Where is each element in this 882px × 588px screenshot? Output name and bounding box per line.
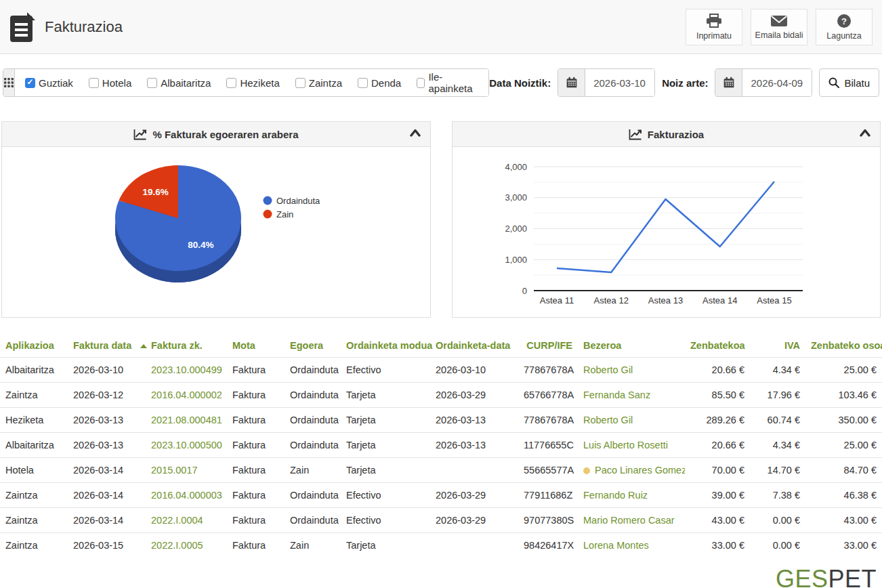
filter-checkbox-heziketa[interactable] <box>226 78 236 88</box>
logo-text-dark: PET <box>828 565 877 588</box>
date-from-input[interactable] <box>585 69 654 96</box>
filter-label: Albaitaritza <box>161 77 211 89</box>
filter-checkbox-hotela[interactable] <box>89 78 99 88</box>
column-header-zenbatekoa[interactable]: Zenbatekoa <box>685 334 750 358</box>
column-header-iva[interactable]: IVA <box>750 334 805 358</box>
filter-toolbar: GuztiakHotelaAlbaitaritzaHeziketaZaintza… <box>0 68 882 97</box>
client-link[interactable]: Roberto Gil <box>583 415 633 425</box>
cell-zenbatekoa: 85.50 € <box>685 383 750 408</box>
invoice-link[interactable]: 2021.08.000481 <box>151 415 222 425</box>
filter-checkbox-ile-apainketa[interactable] <box>417 78 425 88</box>
filter-checkbox-guztiak[interactable] <box>25 78 35 88</box>
column-header-faktura_data[interactable]: Faktura data <box>68 334 146 358</box>
client-link[interactable]: Roberto Gil <box>583 364 633 375</box>
column-header-ordainketa_modua[interactable]: Ordainketa modua <box>341 334 430 358</box>
filter-label: Heziketa <box>240 77 279 89</box>
cell-egoera: Ordainduta <box>285 483 341 508</box>
date-from-calendar-button[interactable] <box>558 69 585 96</box>
cell-mota: Faktura <box>227 458 285 483</box>
filter-checkbox-zaintza[interactable] <box>295 78 306 88</box>
svg-text:Astea 13: Astea 13 <box>648 295 683 306</box>
cell-aplikazioa: Hotela <box>0 458 68 483</box>
invoice-link[interactable]: 2023.10.000500 <box>151 440 222 450</box>
cell-aplikazioa: Zaintza <box>0 483 68 508</box>
cell-faktura_zk: 2022.I.0004 <box>146 508 227 533</box>
cell-osoa: 46.38 € <box>805 483 882 508</box>
cell-ordainketa_modua: Efectivo <box>341 483 430 508</box>
cell-faktura_data: 2026-03-10 <box>68 358 146 383</box>
cell-faktura_zk: 2021.08.000481 <box>146 408 227 433</box>
filter-checkbox-denda[interactable] <box>358 78 368 88</box>
column-header-label: IVA <box>784 340 800 351</box>
cell-aplikazioa: Heziketa <box>0 408 68 433</box>
invoice-link[interactable]: 2022.I.0005 <box>151 540 203 551</box>
cell-mota: Faktura <box>227 483 285 508</box>
cell-ordainketa_data: 2026-03-29 <box>430 483 518 508</box>
table-row: Albaitaritza2026-03-102023.10.000499Fakt… <box>0 358 882 383</box>
cell-faktura_data: 2026-03-13 <box>68 433 146 458</box>
cell-ordainketa_modua: Tarjeta <box>341 458 430 483</box>
client-link[interactable]: Luis Alberto Rosetti <box>583 440 668 450</box>
invoice-link[interactable]: 2016.04.000002 <box>151 390 222 400</box>
filter-item-albaitaritza: Albaitaritza <box>147 77 211 89</box>
column-header-osoa[interactable]: Zenbateko osoa <box>805 334 882 358</box>
client-link[interactable]: Mario Romero Casar <box>583 515 675 526</box>
cell-ordainketa_modua: Tarjeta <box>341 433 430 458</box>
application-filter-group: GuztiakHotelaAlbaitaritzaHeziketaZaintza… <box>3 68 489 97</box>
cell-aplikazioa: Zaintza <box>0 383 68 408</box>
column-header-egoera[interactable]: Egoera <box>285 334 341 358</box>
client-link[interactable]: Lorena Montes <box>583 540 649 551</box>
column-header-faktura_zk[interactable]: Faktura zk. <box>146 334 227 358</box>
client-link[interactable]: Fernanda Sanz <box>583 390 650 400</box>
filter-checkbox-albaitaritza[interactable] <box>147 78 157 88</box>
column-header-label: CURP/IFE <box>526 340 572 351</box>
cell-mota: Faktura <box>227 383 285 408</box>
chevron-up-icon <box>860 129 870 137</box>
calendar-icon <box>566 77 578 89</box>
filter-label: Zaintza <box>309 77 342 89</box>
filter-item-guztiak: Guztiak <box>25 77 73 89</box>
invoice-link[interactable]: 2022.I.0004 <box>151 515 203 526</box>
sort-asc-icon <box>140 344 147 348</box>
help-button[interactable]: ? Laguntza <box>816 9 873 45</box>
cell-curp: 55665577A <box>518 458 578 483</box>
date-to-calendar-button[interactable] <box>715 69 742 96</box>
pie-collapse-button[interactable] <box>410 129 421 139</box>
print-button[interactable]: Inprimatu <box>686 9 742 45</box>
column-header-label: Zenbateko osoa <box>811 340 882 351</box>
line-collapse-button[interactable] <box>860 129 870 139</box>
cell-osoa: 43.00 € <box>805 508 882 533</box>
client-link[interactable]: Paco Linares Gomez <box>595 465 685 476</box>
svg-text:Astea 15: Astea 15 <box>757 295 791 306</box>
cell-faktura_zk: 2015.0017 <box>146 458 227 483</box>
filter-item-heziketa: Heziketa <box>226 77 279 89</box>
table-row: Heziketa2026-03-132021.08.000481FakturaO… <box>0 408 882 433</box>
cell-faktura_data: 2026-03-13 <box>68 408 146 433</box>
column-header-ordainketa_data[interactable]: Ordainketa-data <box>430 334 518 358</box>
column-header-bezeroa[interactable]: Bezeroa <box>578 334 685 358</box>
date-to-input[interactable] <box>742 69 812 96</box>
cell-zenbatekoa: 20.66 € <box>685 433 750 458</box>
cell-ordainketa_modua: Efectivo <box>341 358 430 383</box>
envelope-icon <box>770 14 788 28</box>
client-link[interactable]: Fernando Ruiz <box>583 490 648 501</box>
invoice-link[interactable]: 2023.10.000499 <box>151 364 222 375</box>
cell-zenbatekoa: 289.26 € <box>685 408 750 433</box>
filter-checkbox-list: GuztiakHotelaAlbaitaritzaHeziketaZaintza… <box>15 69 489 96</box>
invoice-link[interactable]: 2016.04.000003 <box>151 490 222 501</box>
invoice-link[interactable]: 2015.0017 <box>151 465 198 476</box>
cell-iva: 4.34 € <box>750 433 805 458</box>
column-header-curp[interactable]: CURP/IFE <box>518 334 578 358</box>
cell-bezeroa: Lorena Montes <box>578 533 685 558</box>
apps-grid-button[interactable] <box>3 69 15 96</box>
column-header-aplikazioa[interactable]: Aplikazioa <box>0 334 68 358</box>
search-button[interactable]: Bilatu <box>819 68 879 97</box>
column-header-label: Egoera <box>290 340 323 351</box>
cell-faktura_data: 2026-03-12 <box>68 383 146 408</box>
cell-curp: 65766778A <box>518 383 578 408</box>
cell-faktura_zk: 2023.10.000499 <box>146 358 227 383</box>
column-header-mota[interactable]: Mota <box>227 334 285 358</box>
cell-ordainketa_data <box>430 458 518 483</box>
cell-bezeroa: Mario Romero Casar <box>578 508 685 533</box>
email-button[interactable]: Emaila bidali <box>751 9 807 45</box>
